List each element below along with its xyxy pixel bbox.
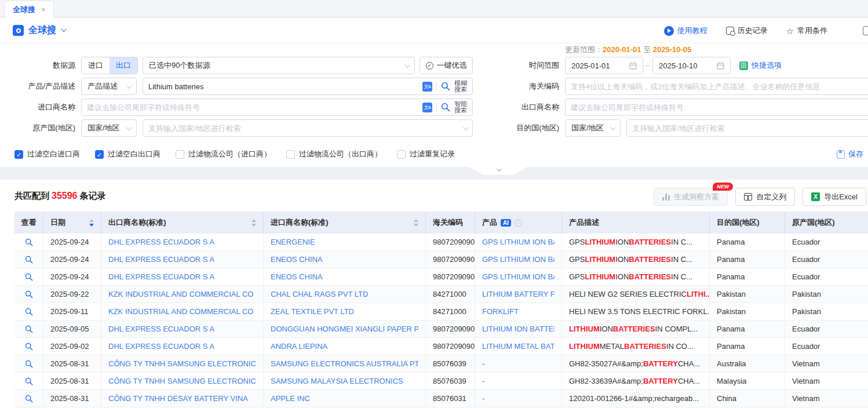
column-header-importer[interactable]: 进口商名称(标准) [264, 212, 426, 234]
view-details-button[interactable] [14, 286, 43, 303]
translate-icon[interactable]: 文A [422, 82, 432, 92]
generate-insight-button[interactable]: 生成洞察方案 NEW [654, 188, 728, 206]
one-click-optimize-button[interactable]: ✓ 一键优选 [420, 57, 473, 74]
importer-link[interactable]: ENERGENIE [271, 238, 315, 246]
origin-country-input[interactable] [148, 124, 459, 133]
destination-country-input[interactable] [632, 124, 868, 133]
cell-destination: China [710, 390, 785, 407]
view-details-button[interactable] [14, 251, 43, 268]
checkbox-icon[interactable] [176, 150, 184, 159]
checkbox-icon[interactable] [286, 150, 295, 159]
exporter-link[interactable]: DHL EXPRESS ECUADOR S A [108, 325, 214, 333]
collapse-panel-button[interactable] [469, 167, 527, 175]
exporter-link[interactable]: DHL EXPRESS ECUADOR S A [108, 255, 214, 264]
importer-link[interactable]: ANDRA LIEPINA [271, 342, 327, 351]
filter-checkbox[interactable]: ✓过滤空白出口商 [95, 149, 161, 159]
view-details-button[interactable] [14, 234, 43, 251]
filter-checkbox[interactable]: 过滤物流公司（进口商） [176, 149, 271, 159]
save-conditions-button[interactable]: 保存 [837, 149, 863, 159]
importer-name-input[interactable] [87, 103, 418, 112]
customize-columns-button[interactable]: 自定义列 [735, 188, 795, 206]
exporter-link[interactable]: CÔNG TY TNHH SAMSUNG ELECTRONICS ... [108, 377, 256, 385]
export-excel-button[interactable]: X 导出Excel [803, 188, 866, 206]
smart-search-icon[interactable] [441, 103, 450, 112]
view-magnifier-icon[interactable] [25, 343, 33, 351]
importer-link[interactable]: ENEOS CHINA [271, 255, 323, 264]
smart-search-button[interactable]: 智能搜索 [454, 101, 467, 114]
fuzzy-search-button[interactable]: 模糊搜索 [454, 80, 467, 93]
info-icon[interactable]: i [515, 219, 522, 227]
checkbox-icon[interactable]: ✓ [14, 150, 23, 159]
column-header-date[interactable]: 日期 [43, 212, 101, 234]
module-switcher[interactable]: 全球搜 [13, 24, 65, 37]
view-details-button[interactable] [14, 303, 43, 320]
importer-link[interactable]: ENEOS CHINA [271, 272, 323, 281]
hs-code-input[interactable] [571, 82, 868, 91]
exporter-link[interactable]: KZK INDUSTRIAL AND COMMERCIAL CO [108, 290, 253, 298]
exporter-link[interactable]: KZK INDUSTRIAL AND COMMERCIAL CO [108, 307, 253, 316]
filter-checkbox[interactable]: ✓过滤空白进口商 [14, 149, 80, 159]
history-link[interactable]: 历史记录 [726, 26, 768, 36]
sort-icons[interactable] [247, 219, 256, 227]
view-details-button[interactable] [14, 355, 43, 373]
clipped-link-icon[interactable] [863, 26, 868, 35]
column-header-exporter[interactable]: 出口商名称(标准) [101, 212, 264, 234]
product-link[interactable]: LITHIUM ION BATTERY [482, 325, 555, 333]
sort-icons[interactable] [85, 219, 94, 227]
export-toggle[interactable]: 出口 [110, 57, 137, 74]
product-link[interactable]: LITHIUM METAL BATT... [482, 342, 555, 351]
importer-link[interactable]: APPLE INC [271, 394, 310, 403]
exporter-link[interactable]: CÔNG TY TNHH SAMSUNG ELECTRONICS ... [108, 359, 256, 368]
view-magnifier-icon[interactable] [25, 290, 33, 298]
checkbox-icon[interactable]: ✓ [95, 150, 104, 159]
destination-type-select[interactable]: 国家/地区 [565, 119, 621, 137]
view-details-button[interactable] [14, 390, 43, 407]
checkbox-icon[interactable] [397, 150, 406, 159]
product-link[interactable]: GPS LITHIUM ION BAT... [482, 238, 555, 246]
view-magnifier-icon[interactable] [25, 273, 33, 281]
filter-checkbox[interactable]: 过滤物流公司（出口商） [286, 149, 382, 159]
date-from-input[interactable]: 2025-01-01 [565, 57, 643, 74]
exporter-name-input[interactable] [571, 103, 868, 112]
data-source-select[interactable]: 已选中90个数据源 [143, 57, 415, 74]
exporter-link[interactable]: CÔNG TY TNHH DESAY BATTERY VINA [108, 394, 248, 403]
product-link[interactable]: GPS LITHIUM ION BAT... [482, 255, 555, 264]
tab-close-icon[interactable]: × [41, 5, 46, 14]
exporter-link[interactable]: DHL EXPRESS ECUADOR S A [108, 272, 214, 281]
view-magnifier-icon[interactable] [25, 395, 33, 403]
view-details-button[interactable] [14, 373, 43, 390]
view-magnifier-icon[interactable] [25, 256, 33, 264]
view-magnifier-icon[interactable] [25, 238, 33, 246]
view-details-button[interactable] [14, 268, 43, 286]
sort-icons[interactable] [409, 219, 418, 227]
translate-icon[interactable]: 文A [422, 103, 432, 112]
view-details-button[interactable] [14, 338, 43, 355]
importer-link[interactable]: SAMSUNG ELECTRONICS AUSTRALIA PTY [271, 359, 418, 368]
product-link[interactable]: FORKLIFT [482, 307, 519, 316]
date-to-input[interactable]: 2025-10-10 [652, 57, 731, 74]
exporter-link[interactable]: DHL EXPRESS ECUADOR S A [108, 342, 214, 351]
saved-conditions-link[interactable]: ☆ 常用条件 [786, 26, 827, 36]
product-link[interactable]: LITHIUM BATTERY FO... [482, 290, 555, 298]
view-magnifier-icon[interactable] [25, 325, 33, 333]
fuzzy-search-icon[interactable] [441, 82, 450, 91]
importer-link[interactable]: SAMSUNG MALAYSIA ELECTRONICS [271, 377, 403, 385]
product-type-select[interactable]: 产品描述 [81, 78, 137, 95]
view-details-button[interactable] [14, 320, 43, 338]
tab-global-search[interactable]: 全球搜 × [5, 1, 54, 18]
star-icon: ☆ [786, 27, 794, 35]
quick-options-link[interactable]: 田 快捷选项 [739, 57, 782, 74]
importer-link[interactable]: DONGGUAN HONGMEI XIANGLI PAPER PR... [271, 325, 418, 333]
filter-checkbox[interactable]: 过滤重复记录 [397, 149, 455, 159]
view-magnifier-icon[interactable] [25, 308, 33, 316]
exporter-link[interactable]: DHL EXPRESS ECUADOR S A [108, 238, 214, 246]
product-input[interactable] [148, 82, 418, 91]
importer-link[interactable]: ZEAL TEXTILE PVT LTD [271, 307, 354, 316]
view-magnifier-icon[interactable] [25, 377, 33, 385]
import-toggle[interactable]: 进口 [82, 57, 110, 74]
importer-link[interactable]: CHAL CHAL RAGS PVT LTD [271, 290, 368, 298]
origin-type-select[interactable]: 国家/地区 [81, 119, 137, 137]
tutorial-link[interactable]: 使用教程 [664, 26, 707, 36]
product-link[interactable]: GPS LITHIUM ION BAT... [482, 272, 555, 281]
view-magnifier-icon[interactable] [25, 360, 33, 368]
